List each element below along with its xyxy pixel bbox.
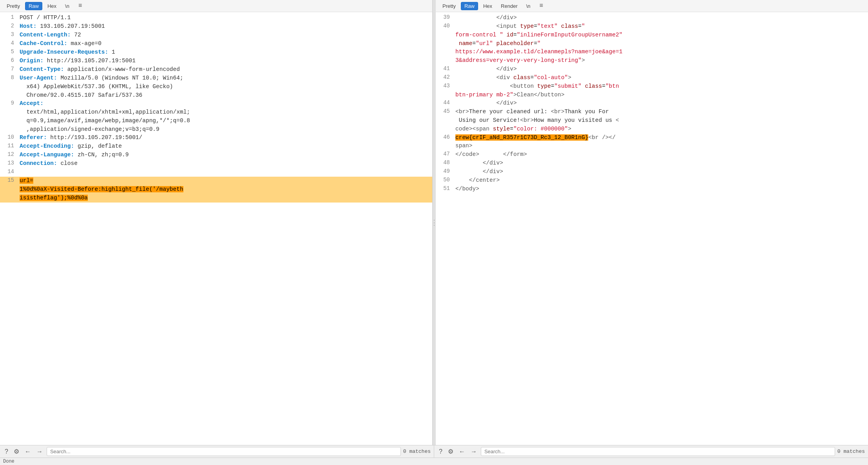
table-row: 48 </div> bbox=[436, 159, 868, 168]
right-pretty-btn[interactable]: Pretty bbox=[439, 2, 459, 10]
right-menu-icon[interactable]: ≡ bbox=[537, 2, 546, 10]
right-toolbar: Pretty Raw Hex Render \n ≡ bbox=[436, 0, 868, 12]
right-search-bar: ? ⚙ ← → 0 matches bbox=[434, 445, 868, 458]
right-raw-btn[interactable]: Raw bbox=[461, 2, 478, 10]
table-row: 6 Origin: http://193.105.207.19:5001 bbox=[0, 57, 432, 65]
left-search-bar: ? ⚙ ← → 0 matches bbox=[0, 445, 434, 458]
table-row: 3 Content-Length: 72 bbox=[0, 31, 432, 40]
table-row: 47 </code> </form> bbox=[436, 150, 868, 159]
table-row: 10 Referer: http://193.105.207.19:5001/ bbox=[0, 134, 432, 142]
right-settings-btn[interactable]: ⚙ bbox=[446, 447, 455, 456]
right-search-input[interactable] bbox=[481, 447, 835, 456]
left-next-btn[interactable]: → bbox=[35, 447, 44, 456]
left-pane: Pretty Raw Hex \n ≡ 1 POST / HTTP/1.1 2 … bbox=[0, 0, 433, 445]
right-pane: Pretty Raw Hex Render \n ≡ 39 </div> 40 … bbox=[436, 0, 868, 445]
left-prev-btn[interactable]: ← bbox=[23, 447, 33, 456]
pane-divider[interactable] bbox=[433, 0, 436, 445]
right-prev-btn[interactable]: ← bbox=[457, 447, 467, 456]
bottom-bar: ? ⚙ ← → 0 matches ? ⚙ ← → 0 matches bbox=[0, 445, 868, 458]
right-next-btn[interactable]: → bbox=[469, 447, 478, 456]
table-row: 12 Accept-Language: zh-CN, zh;q=0.9 bbox=[0, 151, 432, 159]
left-hex-btn[interactable]: Hex bbox=[44, 2, 60, 10]
table-row: 49 </div> bbox=[436, 168, 868, 176]
right-render-btn[interactable]: Render bbox=[497, 2, 521, 10]
table-row: 7 Content-Type: application/x-www-form-u… bbox=[0, 65, 432, 74]
table-row: 39 </div> bbox=[436, 14, 868, 22]
left-newline-btn[interactable]: \n bbox=[62, 2, 73, 10]
left-search-input[interactable] bbox=[47, 447, 401, 456]
table-row: 5 Upgrade-Insecure-Requests: 1 bbox=[0, 48, 432, 57]
status-text: Done bbox=[3, 459, 14, 464]
left-raw-btn[interactable]: Raw bbox=[25, 2, 42, 10]
table-row: 4 Cache-Control: max-age=0 bbox=[0, 40, 432, 48]
table-row: 51 </body> bbox=[436, 185, 868, 194]
table-row: 44 </div> bbox=[436, 99, 868, 108]
table-row: 50 </center> bbox=[436, 176, 868, 185]
right-newline-btn[interactable]: \n bbox=[523, 2, 534, 10]
table-row: 11 Accept-Encoding: gzip, deflate bbox=[0, 142, 432, 151]
table-row: 9 Accept: text/html,application/xhtml+xm… bbox=[0, 100, 432, 134]
right-help-btn[interactable]: ? bbox=[437, 447, 444, 456]
table-row: 15 url= 1%0d%0aX-Visited-Before:highligh… bbox=[0, 177, 432, 202]
right-search-matches: 0 matches bbox=[837, 449, 865, 454]
status-bar: Done bbox=[0, 458, 868, 465]
table-row: 14 bbox=[0, 168, 432, 177]
left-search-matches: 0 matches bbox=[403, 449, 431, 454]
left-content: 1 POST / HTTP/1.1 2 Host: 193.105.207.19… bbox=[0, 12, 432, 445]
table-row: 40 <input type="text" class=" form-contr… bbox=[436, 22, 868, 65]
table-row: 13 Connection: close bbox=[0, 159, 432, 168]
left-toolbar: Pretty Raw Hex \n ≡ bbox=[0, 0, 432, 12]
left-pretty-btn[interactable]: Pretty bbox=[3, 2, 24, 10]
table-row: 2 Host: 193.105.207.19:5001 bbox=[0, 22, 432, 31]
panes-container: Pretty Raw Hex \n ≡ 1 POST / HTTP/1.1 2 … bbox=[0, 0, 868, 445]
left-settings-btn[interactable]: ⚙ bbox=[12, 447, 21, 456]
table-row: 45 <br>There your cleaned url: <br>Thank… bbox=[436, 108, 868, 133]
right-hex-btn[interactable]: Hex bbox=[480, 2, 496, 10]
table-row: 42 <div class="col-auto"> bbox=[436, 74, 868, 82]
table-row: 43 <button type="submit" class="btn btn-… bbox=[436, 82, 868, 100]
table-row: 1 POST / HTTP/1.1 bbox=[0, 14, 432, 22]
table-row: 8 User-Agent: Mozilla/5.0 (Windows NT 10… bbox=[0, 74, 432, 100]
table-row: 46 crew{crIF_aNd_R357r1C73D_Rc3_12_B0R1n… bbox=[436, 134, 868, 151]
left-menu-icon[interactable]: ≡ bbox=[76, 2, 85, 10]
right-content: 39 </div> 40 <input type="text" class=" … bbox=[436, 12, 868, 445]
table-row: 41 </div> bbox=[436, 65, 868, 74]
left-help-btn[interactable]: ? bbox=[3, 447, 10, 456]
